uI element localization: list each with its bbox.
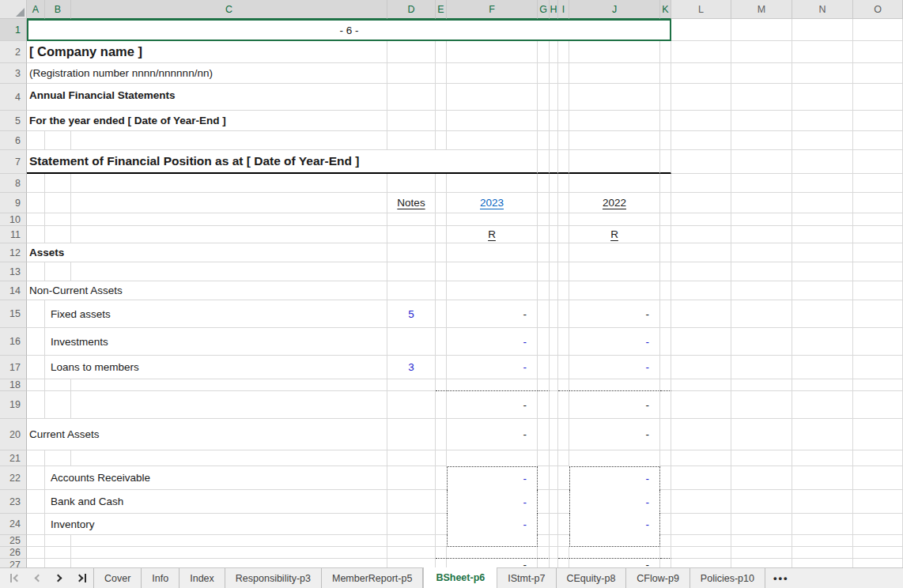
row-header-10[interactable]: 10: [0, 213, 27, 226]
row-header-7[interactable]: 7: [0, 150, 27, 174]
cell[interactable]: [387, 419, 436, 450]
cell[interactable]: [538, 466, 550, 490]
cell[interactable]: [671, 391, 731, 419]
cell[interactable]: [447, 262, 538, 281]
cell[interactable]: [660, 174, 671, 193]
cell[interactable]: [387, 514, 436, 535]
cell[interactable]: [853, 514, 903, 535]
cell[interactable]: [731, 243, 792, 262]
cell[interactable]: [538, 262, 550, 281]
cell[interactable]: [550, 300, 558, 328]
cell-inventory[interactable]: Inventory: [45, 514, 387, 535]
cell-noncurrent-total-2022[interactable]: -: [569, 391, 660, 419]
cell[interactable]: [387, 490, 436, 514]
cell[interactable]: [731, 391, 792, 419]
cell[interactable]: [447, 379, 538, 391]
cell[interactable]: [558, 535, 569, 547]
cell[interactable]: [731, 514, 792, 535]
cell[interactable]: [853, 111, 903, 131]
cell[interactable]: [660, 226, 671, 243]
select-all-button[interactable]: [0, 0, 27, 19]
cell[interactable]: [436, 111, 447, 131]
cell[interactable]: [671, 356, 731, 379]
cell[interactable]: [436, 84, 447, 111]
cell[interactable]: [447, 243, 538, 262]
row-header-1[interactable]: 1: [0, 19, 27, 41]
cell[interactable]: [731, 193, 792, 213]
cell[interactable]: [792, 300, 853, 328]
cell[interactable]: [27, 450, 45, 466]
sheet-tab-index[interactable]: Index: [179, 568, 225, 588]
row-header-15[interactable]: 15: [0, 300, 27, 328]
cell[interactable]: [660, 466, 671, 490]
cell[interactable]: [671, 131, 731, 150]
cell[interactable]: [436, 41, 447, 63]
cell[interactable]: [538, 226, 550, 243]
cell[interactable]: [71, 226, 387, 243]
cell-fixed-assets-note[interactable]: 5: [387, 300, 436, 328]
cell[interactable]: [671, 243, 731, 262]
cell[interactable]: [671, 300, 731, 328]
cell[interactable]: [671, 41, 731, 63]
cell[interactable]: [853, 150, 903, 174]
cell[interactable]: [792, 514, 853, 535]
cell-loans-to-members[interactable]: Loans to members: [45, 356, 387, 379]
cell[interactable]: [660, 419, 671, 450]
cell[interactable]: [558, 111, 569, 131]
column-header-g[interactable]: G: [538, 0, 550, 19]
cell-company-name[interactable]: [ Company name ]: [27, 41, 387, 63]
cell[interactable]: [447, 174, 538, 193]
cell-accounts-receivable[interactable]: Accounts Receivable: [45, 466, 387, 490]
cell[interactable]: [731, 111, 792, 131]
cell[interactable]: [550, 547, 558, 559]
cell[interactable]: [538, 213, 550, 226]
cell[interactable]: [558, 131, 569, 150]
cell[interactable]: [660, 193, 671, 213]
first-sheet-button[interactable]: [6, 570, 24, 587]
cell[interactable]: [792, 328, 853, 356]
row-header-21[interactable]: 21: [0, 450, 27, 466]
cell[interactable]: [792, 84, 853, 111]
cell[interactable]: [853, 379, 903, 391]
cell-year-2023-link[interactable]: 2023: [447, 193, 538, 213]
cell[interactable]: [660, 547, 671, 559]
cell[interactable]: [569, 213, 660, 226]
cell[interactable]: [550, 262, 558, 281]
cell[interactable]: [671, 466, 731, 490]
cell[interactable]: [558, 174, 569, 193]
cell[interactable]: [27, 466, 45, 490]
cell[interactable]: [558, 514, 569, 535]
cell[interactable]: [538, 328, 550, 356]
cell[interactable]: [853, 131, 903, 150]
cell[interactable]: [447, 63, 538, 84]
cell[interactable]: [853, 174, 903, 193]
cell[interactable]: [731, 466, 792, 490]
row-header-25[interactable]: 25: [0, 535, 27, 547]
cell[interactable]: [436, 281, 447, 300]
cell[interactable]: [436, 63, 447, 84]
cell[interactable]: [671, 19, 731, 41]
cell[interactable]: [436, 514, 447, 535]
cell-bank-and-cash[interactable]: Bank and Cash: [45, 490, 387, 514]
cell[interactable]: [550, 174, 558, 193]
cell[interactable]: [387, 391, 436, 419]
cell[interactable]: [538, 193, 550, 213]
sheet-tab-istmt-p7[interactable]: IStmt-p7: [497, 568, 556, 588]
cell[interactable]: [853, 193, 903, 213]
cell[interactable]: [387, 174, 436, 193]
cell[interactable]: [853, 490, 903, 514]
cell[interactable]: [538, 300, 550, 328]
cell[interactable]: [538, 174, 550, 193]
cell-inventory-2023[interactable]: -: [447, 514, 538, 535]
cell-loans-note[interactable]: 3: [387, 356, 436, 379]
cell[interactable]: [660, 41, 671, 63]
cell[interactable]: [538, 131, 550, 150]
cell[interactable]: [45, 131, 71, 150]
cell-accounts-receivable-2022[interactable]: -: [569, 466, 660, 490]
row-header-2[interactable]: 2: [0, 41, 27, 63]
cell-inventory-2022[interactable]: -: [569, 514, 660, 535]
cell[interactable]: [447, 111, 538, 131]
cell[interactable]: [550, 535, 558, 547]
cell[interactable]: [792, 391, 853, 419]
cell[interactable]: [671, 281, 731, 300]
